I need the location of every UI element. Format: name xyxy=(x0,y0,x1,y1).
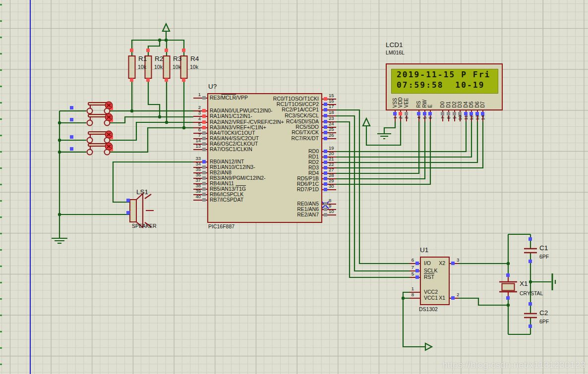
pic-pin-number: 35 xyxy=(191,167,201,172)
rtc-pin-label: RST xyxy=(424,274,434,280)
pic-pin-number: 29 xyxy=(329,178,334,183)
pin-state-square xyxy=(324,188,327,191)
pic-pin-label: RC2/P1A/CCP1 xyxy=(221,107,319,112)
pic-pin-number: 21 xyxy=(329,157,334,161)
pin-state-square xyxy=(202,137,206,140)
schematic-canvas: U? PIC16F887 LCD1 LM016L 2019-11-15 P Fr… xyxy=(0,0,588,374)
c1-ref: C1 xyxy=(539,245,548,252)
lcd-pin-number: 3 xyxy=(404,111,410,124)
pic-pin-label: RC7/RX/DT xyxy=(221,136,319,141)
speaker-symbol[interactable] xyxy=(126,194,154,227)
pic-pin-label: RC6/TX/CK xyxy=(221,130,319,135)
lcd-pin-label: D3 xyxy=(458,92,463,108)
pic-pin-number: 5 xyxy=(191,122,201,127)
pin-state-square xyxy=(324,150,327,153)
pin-state-square xyxy=(202,182,206,185)
pic-pin-number: 4 xyxy=(191,116,201,121)
pic-pin-number: 19 xyxy=(329,146,334,151)
lcd-pin-label: D1 xyxy=(446,92,452,108)
rtc-pin-number: 5 xyxy=(405,271,414,276)
pin-state-square xyxy=(324,114,327,117)
watermark: https://blog.csdn.net/x1131230123 xyxy=(442,360,586,371)
pic-pin-number: 26 xyxy=(329,133,334,138)
pin-state-square xyxy=(415,275,419,279)
pic-pin-number: 14 xyxy=(191,138,201,143)
lcd-pin-number: 14 xyxy=(480,111,486,124)
pic-pin-number: 17 xyxy=(329,104,334,109)
pin-state-square xyxy=(202,96,206,100)
pic-value: PIC16F887 xyxy=(208,224,235,229)
push-button-1[interactable] xyxy=(70,102,113,113)
push-button-3[interactable] xyxy=(70,131,113,143)
rtc-pin-8 xyxy=(410,298,420,299)
earth-symbol-left xyxy=(52,238,67,243)
pic-pin-number: 6 xyxy=(191,127,201,132)
pin-state-square xyxy=(324,97,327,101)
resistor-r1[interactable] xyxy=(129,49,135,111)
power-arrow-right xyxy=(425,343,432,350)
pin-state-square xyxy=(324,160,327,164)
lcd-pin-label: VDD xyxy=(398,92,404,108)
pic-pin-number: 37 xyxy=(191,178,201,183)
pic-pin-number: 13 xyxy=(191,144,201,149)
r1-value: 10k xyxy=(138,64,146,70)
pic-pin-label: RD7/P1D xyxy=(221,187,319,192)
resistor-r4[interactable] xyxy=(181,49,187,128)
pin-state-square xyxy=(202,126,206,129)
pic-pin-number: 40 xyxy=(191,194,201,199)
pin-state-square xyxy=(324,182,327,186)
speaker-value: SPEAKER xyxy=(132,223,157,229)
pic-pin-number: 38 xyxy=(191,183,201,188)
pic-pin-number: 25 xyxy=(329,127,334,132)
push-button-2[interactable] xyxy=(70,113,113,125)
crystal-value: CRYSTAL xyxy=(520,291,543,296)
pic-pin-number: 24 xyxy=(329,121,334,126)
r2-value: 10k xyxy=(154,64,163,70)
pin-state-square xyxy=(415,262,419,265)
pic-pin-number: 28 xyxy=(329,173,334,178)
pic-pin-number: 34 xyxy=(191,161,201,166)
push-button-4[interactable] xyxy=(70,143,113,155)
lcd-pin-label: VEE xyxy=(404,92,410,108)
r4-ref: R4 xyxy=(190,55,199,62)
lcd-pin-number: 6 xyxy=(428,111,433,124)
pin-state-square xyxy=(202,198,206,202)
pin-state-square xyxy=(324,120,327,123)
speaker-wires xyxy=(59,162,193,214)
lcd-display-line1: 2019-11-15 P Fri xyxy=(397,70,490,79)
pic-pin-label: RD0 xyxy=(221,149,319,154)
crystal-symbol[interactable] xyxy=(499,273,517,300)
rtc-pin-number: 8 xyxy=(405,292,414,297)
pic-pin-number: 30 xyxy=(329,184,334,189)
pin-state-square xyxy=(202,148,206,151)
power-arrow-top xyxy=(163,24,170,40)
lcd-pin-label: E xyxy=(428,92,433,108)
pic-pin-number: 27 xyxy=(329,167,334,172)
pin-state-square xyxy=(324,155,327,159)
r1-ref: R1 xyxy=(138,55,147,62)
pic-pin-number: 36 xyxy=(191,172,201,177)
pin-state-square xyxy=(324,177,327,180)
pic-pin-label: RD2 xyxy=(221,160,319,165)
pin-state-square xyxy=(324,131,327,134)
pic-pin-number: 10 xyxy=(329,209,334,214)
rtc-pin-label: X1 xyxy=(425,295,445,301)
pic-pin-label: RD3 xyxy=(221,165,319,170)
pic-pin-label: RC3/SCK/SCL xyxy=(221,113,319,118)
button-wires xyxy=(59,111,193,152)
pin-state-square xyxy=(324,171,327,175)
crystal-ref: X1 xyxy=(520,280,528,287)
lcd-pin-label: D7 xyxy=(480,92,486,108)
lcd-pin-number: 12 xyxy=(469,111,474,124)
r3-value: 10k xyxy=(173,64,181,70)
pin-state-square xyxy=(202,131,206,135)
c2-ref: C2 xyxy=(539,310,548,317)
pin-state-square xyxy=(202,109,206,112)
resistor-bus-wires xyxy=(132,40,184,56)
pin-state-square xyxy=(202,176,206,180)
pic-pin-number: 2 xyxy=(191,105,201,110)
pic-ref: U? xyxy=(208,83,217,90)
pin-state-square xyxy=(202,120,206,124)
rtc-ref: U1 xyxy=(420,247,428,254)
pin-state-square xyxy=(324,137,327,140)
